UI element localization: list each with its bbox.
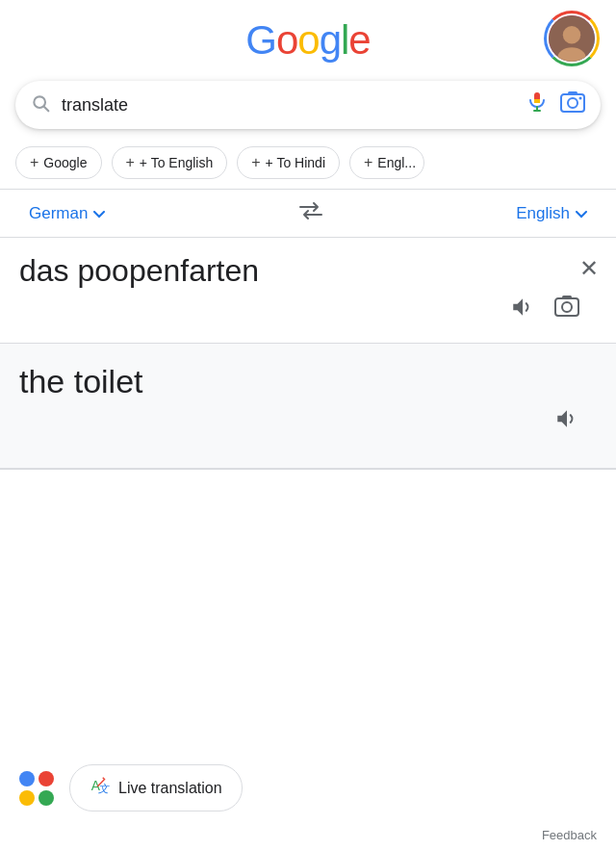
svg-rect-16 bbox=[562, 296, 572, 298]
svg-rect-14 bbox=[555, 298, 578, 316]
microphone-icon[interactable] bbox=[526, 90, 549, 119]
google-logo: Google bbox=[245, 17, 370, 64]
source-text: das poopenfarten bbox=[19, 253, 597, 289]
bottom-bar: A 文 Live translation bbox=[0, 764, 616, 811]
dot-green bbox=[38, 790, 54, 806]
translate-widget: German English das poopenfarten ✕ bbox=[0, 190, 616, 470]
dot-blue bbox=[19, 771, 35, 786]
svg-point-10 bbox=[568, 98, 578, 108]
live-translate-icon: A 文 bbox=[90, 775, 111, 801]
chip-to-english[interactable]: + + To English bbox=[112, 146, 228, 179]
swap-languages-button[interactable] bbox=[298, 201, 323, 225]
source-language-label: German bbox=[29, 204, 88, 223]
logo-e: e bbox=[348, 17, 370, 63]
chips-row: + Google + + To English + + To Hindi + E… bbox=[0, 141, 616, 189]
search-query: translate bbox=[62, 95, 514, 116]
translation-output-area: the toilet bbox=[0, 344, 616, 469]
translated-text: the toilet bbox=[19, 363, 597, 400]
source-language-dropdown-icon bbox=[93, 204, 105, 223]
camera-icon[interactable] bbox=[554, 295, 579, 323]
chip-plus-icon: + bbox=[30, 154, 38, 171]
svg-point-15 bbox=[562, 302, 572, 312]
camera-search-icon[interactable] bbox=[560, 90, 585, 119]
live-translation-button[interactable]: A 文 Live translation bbox=[69, 764, 243, 811]
svg-point-1 bbox=[563, 26, 580, 43]
svg-rect-11 bbox=[568, 91, 578, 94]
clear-button[interactable]: ✕ bbox=[579, 255, 599, 282]
feedback-text[interactable]: Feedback bbox=[542, 828, 597, 842]
chip-engli[interactable]: + Engl... bbox=[349, 146, 424, 179]
search-bar[interactable]: translate bbox=[15, 81, 601, 129]
input-action-icons bbox=[19, 289, 597, 333]
logo-o2: o bbox=[297, 17, 319, 63]
svg-rect-6 bbox=[534, 99, 540, 103]
output-speaker-icon[interactable] bbox=[554, 406, 579, 435]
source-text-area[interactable]: das poopenfarten ✕ bbox=[0, 238, 616, 344]
live-translation-label: Live translation bbox=[118, 780, 222, 797]
chip-to-hindi[interactable]: + + To Hindi bbox=[237, 146, 340, 179]
target-language-dropdown-icon bbox=[576, 204, 587, 223]
source-language-button[interactable]: German bbox=[29, 204, 105, 223]
avatar[interactable] bbox=[547, 13, 597, 64]
logo-o1: o bbox=[276, 17, 297, 63]
chip-label: Google bbox=[43, 155, 87, 170]
chip-google[interactable]: + Google bbox=[15, 146, 102, 179]
svg-line-4 bbox=[44, 106, 49, 111]
search-icon bbox=[31, 93, 50, 117]
google-assistant-dots bbox=[19, 771, 54, 806]
svg-point-12 bbox=[579, 97, 582, 100]
chip-label: Engl... bbox=[377, 155, 416, 170]
chip-plus-icon: + bbox=[364, 154, 372, 171]
chip-plus-icon: + bbox=[126, 154, 135, 171]
svg-marker-13 bbox=[513, 298, 523, 315]
output-action-icons bbox=[19, 400, 597, 445]
logo-g2: g bbox=[320, 17, 341, 63]
speaker-icon[interactable] bbox=[510, 295, 535, 323]
dot-red bbox=[38, 771, 54, 786]
chip-plus-icon: + bbox=[251, 154, 260, 171]
chip-label: + To English bbox=[140, 155, 213, 170]
language-selector-row: German English bbox=[0, 190, 616, 237]
svg-marker-17 bbox=[557, 410, 567, 426]
chip-label: + To Hindi bbox=[266, 155, 325, 170]
target-language-button[interactable]: English bbox=[516, 204, 587, 223]
header: Google bbox=[0, 0, 616, 73]
logo-g: G bbox=[245, 17, 276, 63]
dot-yellow bbox=[19, 790, 35, 806]
target-language-label: English bbox=[516, 204, 570, 223]
